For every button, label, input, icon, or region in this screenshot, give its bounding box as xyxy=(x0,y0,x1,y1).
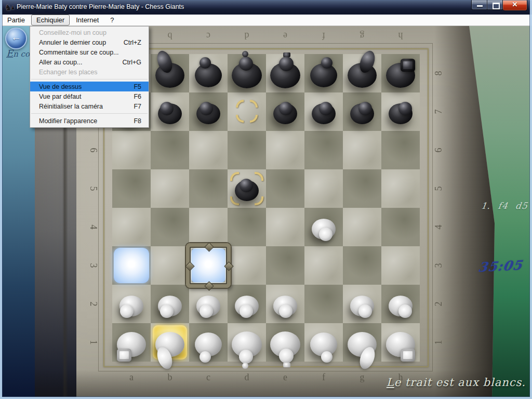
menubar-item-item[interactable]: ? xyxy=(105,15,119,25)
close-button[interactable]: ✕ xyxy=(503,0,527,11)
square-c6[interactable] xyxy=(189,131,228,169)
piece-head xyxy=(239,350,253,364)
square-c5[interactable] xyxy=(189,169,228,208)
square-a5[interactable] xyxy=(112,169,151,208)
menu-item-annuler-le-dernier-coup[interactable]: Annuler le dernier coupCtrl+Z xyxy=(30,37,149,47)
square-f6[interactable] xyxy=(304,131,343,169)
menubar-item-internet[interactable]: Internet xyxy=(71,15,104,25)
square-a4[interactable] xyxy=(112,208,151,246)
menu-item-r-initialiser-la-cam-ra[interactable]: Réinitialiser la caméraF7 xyxy=(30,101,149,111)
white-king-e1[interactable] xyxy=(266,323,304,362)
menu-item-modifier-l-apparence[interactable]: Modifier l'apparenceF8 xyxy=(30,116,149,126)
square-f2[interactable] xyxy=(304,285,343,323)
black-pawn-f7[interactable] xyxy=(304,92,343,131)
white-pawn-b2[interactable] xyxy=(151,285,189,323)
white-bishop-c1[interactable] xyxy=(189,323,228,362)
square-a6[interactable] xyxy=(112,131,151,169)
hover-target-frame-c3[interactable] xyxy=(186,243,231,288)
white-pawn-e2[interactable] xyxy=(266,285,304,323)
piece-head xyxy=(279,304,292,318)
square-h4[interactable] xyxy=(381,208,420,246)
square-g5[interactable] xyxy=(343,169,381,208)
square-e5[interactable] xyxy=(266,169,304,208)
white-rook-a1[interactable] xyxy=(112,323,151,362)
menu-item-vue-de-dessus[interactable]: Vue de dessusF5 xyxy=(30,82,149,91)
app-icon xyxy=(5,3,14,12)
square-f5[interactable] xyxy=(304,169,343,208)
black-king-e8[interactable] xyxy=(266,54,304,92)
square-b5[interactable] xyxy=(151,169,189,208)
piece-head xyxy=(240,304,253,318)
file-label-top-b: b xyxy=(151,29,189,43)
black-pawn-g7[interactable] xyxy=(343,92,381,131)
white-knight-b1[interactable] xyxy=(151,323,189,362)
white-knight-g1[interactable] xyxy=(343,323,381,362)
file-label-top-g: g xyxy=(343,29,381,43)
square-h5[interactable] xyxy=(381,169,420,208)
square-d4[interactable] xyxy=(228,208,266,246)
square-d6[interactable] xyxy=(228,131,266,169)
black-pawn-b7[interactable] xyxy=(151,92,189,131)
square-b4[interactable] xyxy=(151,208,189,246)
piece-head xyxy=(200,57,211,69)
black-pawn-e7[interactable] xyxy=(266,92,304,131)
menu-item-label: Commentaire sur ce coup... xyxy=(39,49,119,56)
white-pawn-g2[interactable] xyxy=(343,285,381,323)
black-pawn-h7[interactable] xyxy=(381,92,420,131)
square-e6[interactable] xyxy=(266,131,304,169)
piece-head xyxy=(401,349,415,362)
rank-label-right-5: 5 xyxy=(419,181,458,196)
square-e4[interactable] xyxy=(266,208,304,246)
piece-head xyxy=(319,228,332,241)
menu-separator xyxy=(31,79,148,79)
square-g6[interactable] xyxy=(343,131,381,169)
square-g4[interactable] xyxy=(343,208,381,246)
menu-item-echanger-les-places[interactable]: Echanger les places xyxy=(30,67,149,77)
close-icon: ✕ xyxy=(503,1,527,8)
file-label-bottom-e: e xyxy=(266,370,304,384)
square-h6[interactable] xyxy=(381,131,420,169)
square-b6[interactable] xyxy=(151,131,189,169)
white-bishop-f1[interactable] xyxy=(304,323,343,362)
menu-item-aller-au-coup[interactable]: Aller au coup...Ctrl+G xyxy=(30,57,149,67)
menubar-item-partie[interactable]: Partie xyxy=(2,15,30,25)
black-rook-h8[interactable] xyxy=(381,54,420,92)
menubar-item-echiquier[interactable]: Echiquier xyxy=(31,15,70,25)
board[interactable] xyxy=(112,54,420,362)
black-bishop-f8[interactable] xyxy=(304,54,343,92)
square-h3[interactable] xyxy=(381,246,420,285)
menu-item-label: Vue par défaut xyxy=(39,93,82,100)
rank-label-left-1: 1 xyxy=(74,335,113,350)
back-button[interactable] xyxy=(5,28,27,49)
square-c4[interactable] xyxy=(189,208,228,246)
black-knight-b8[interactable] xyxy=(151,54,189,92)
white-pawn-a2[interactable] xyxy=(112,285,151,323)
menu-item-label: Modifier l'apparence xyxy=(39,117,97,125)
black-bishop-c8[interactable] xyxy=(189,54,228,92)
square-g3[interactable] xyxy=(343,246,381,285)
square-f3[interactable] xyxy=(304,246,343,285)
white-pawn-c2[interactable] xyxy=(189,285,228,323)
menu-item-label: Vue de dessus xyxy=(39,83,82,90)
window-title: Pierre-Marie Baty contre Pierre-Marie Ba… xyxy=(17,3,184,10)
white-pawn-h2[interactable] xyxy=(381,285,420,323)
frame-ornament-n xyxy=(204,242,214,251)
black-queen-d8[interactable] xyxy=(228,54,266,92)
menu-item-label: Aller au coup... xyxy=(39,59,82,66)
black-knight-g8[interactable] xyxy=(343,54,381,92)
white-queen-d1[interactable] xyxy=(228,323,266,362)
menu-item-vue-par-d-faut[interactable]: Vue par défautF6 xyxy=(30,91,149,101)
move-target-highlight-a3[interactable] xyxy=(114,248,149,283)
square-b3[interactable] xyxy=(151,246,189,285)
black-pawn-d5[interactable] xyxy=(228,169,266,208)
white-pawn-d2[interactable] xyxy=(228,285,266,323)
menu-item-conseillez-moi-un-coup[interactable]: Conseillez-moi un coup xyxy=(30,28,149,37)
menu-item-commentaire-sur-ce-coup[interactable]: Commentaire sur ce coup... xyxy=(30,47,149,57)
square-e3[interactable] xyxy=(266,246,304,285)
maximize-button[interactable] xyxy=(487,0,503,10)
black-pawn-c7[interactable] xyxy=(189,92,228,131)
white-rook-h1[interactable] xyxy=(381,323,420,362)
piece-head xyxy=(398,304,412,318)
minimize-button[interactable] xyxy=(471,0,487,10)
white-pawn-f4[interactable] xyxy=(304,208,343,246)
